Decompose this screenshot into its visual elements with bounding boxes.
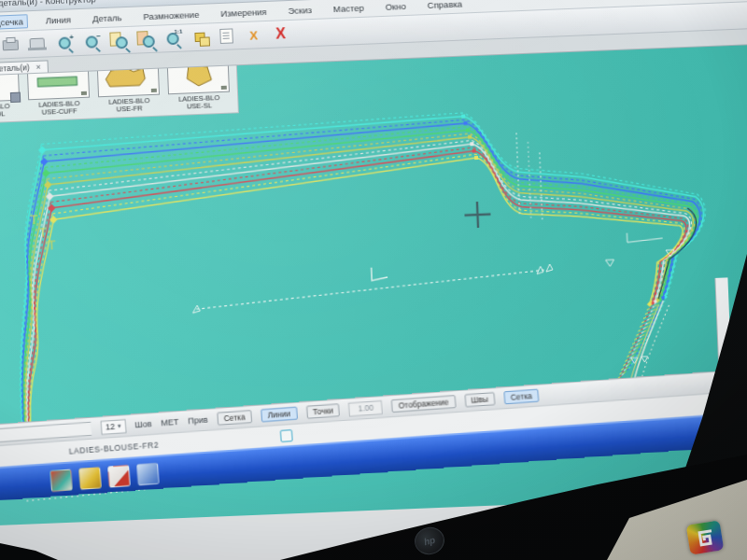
floppy-icon — [10, 92, 21, 103]
piece-checkbox[interactable] — [279, 429, 292, 442]
grid-button[interactable]: Сетка — [503, 389, 539, 405]
piece-card-col[interactable]: LADIES-BLO USE-COL — [0, 67, 21, 120]
piece-name-line2: USE-FR — [99, 105, 161, 115]
chevron-down-icon[interactable]: ▾ — [118, 422, 121, 429]
status-label-met[interactable]: МЕТ — [161, 417, 179, 427]
taskbar-app-icon-2[interactable] — [78, 467, 102, 490]
menu-item-detal[interactable]: Деталь — [89, 11, 126, 25]
taskbar-app-icon-3[interactable] — [107, 464, 131, 487]
toggle-grid[interactable]: Сетка — [217, 410, 252, 426]
toggle-points[interactable]: Точки — [305, 403, 340, 419]
delete-icon[interactable]: X — [243, 25, 264, 45]
print-icon[interactable] — [0, 35, 21, 55]
taskbar-app-icon-1[interactable] — [49, 469, 73, 492]
size-value: 12 — [106, 422, 116, 432]
menu-item-liniya[interactable]: Линия — [41, 13, 75, 26]
plotter-icon[interactable] — [26, 34, 48, 53]
rainbow-logo — [686, 520, 725, 554]
zoom-in-icon[interactable]: + — [53, 33, 75, 52]
stamp-icon — [221, 86, 227, 90]
stamp-icon — [81, 91, 87, 95]
tab-close-icon[interactable]: × — [35, 63, 41, 71]
toggle-lines[interactable]: Линии — [261, 407, 297, 423]
menu-item-okno[interactable]: Окно — [381, 0, 410, 13]
report-icon[interactable] — [216, 26, 237, 46]
menu-item-master[interactable]: Мастер — [330, 1, 368, 15]
menu-item-eskiz[interactable]: Эскиз — [284, 3, 316, 16]
zoom-value-field: 1.00 — [348, 399, 383, 416]
tab-label: USE - 5 деталь(и) — [0, 63, 30, 75]
window-title: 5 деталь(и) - Конструктор — [0, 0, 96, 7]
taskbar-app-icon-4[interactable] — [136, 462, 160, 485]
size-selector[interactable]: 12 ▾ — [101, 419, 127, 435]
seams-button[interactable]: Швы — [464, 392, 495, 407]
monitor-screen: 5 деталь(и) - Конструктор Надсечка Линия… — [0, 0, 747, 560]
piece-name-line2: USE-SL — [168, 102, 230, 112]
menu-item-spravka[interactable]: Справка — [423, 0, 466, 11]
zoom-1to1-icon[interactable]: 1:1 — [162, 29, 183, 49]
display-button[interactable]: Отображение — [391, 395, 456, 413]
delete-all-icon[interactable]: X — [270, 24, 291, 44]
menu-item-razmnozhenie[interactable]: Размножение — [139, 7, 203, 22]
current-piece-name: LADIES-BLOUSE-FR2 — [68, 441, 159, 456]
menu-item-nadsechka[interactable]: Надсечка — [0, 14, 28, 30]
piece-name-line2: USE-COL — [0, 110, 21, 120]
status-label-priv[interactable]: Прив — [188, 415, 208, 427]
menu-item-izmereniya[interactable]: Измерения — [217, 5, 271, 19]
zoom-out-icon[interactable]: − — [80, 32, 102, 51]
stamp-icon — [151, 89, 157, 92]
piece-name-line2: USE-CUFF — [29, 107, 91, 118]
arrange-icon[interactable] — [189, 27, 210, 47]
status-label-shov[interactable]: Шов — [134, 419, 152, 429]
zoom-window-icon[interactable] — [107, 31, 129, 50]
zoom-piece-icon[interactable] — [134, 30, 156, 49]
